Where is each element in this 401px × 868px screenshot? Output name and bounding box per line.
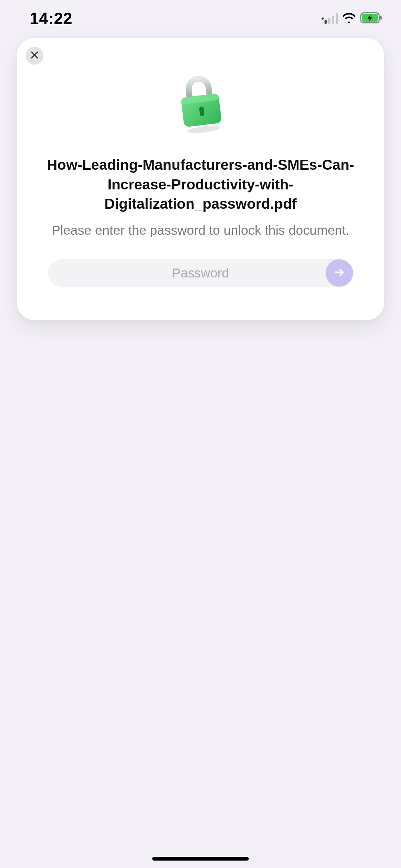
password-modal: How-Leading-Manufacturers-and-SMEs-Can-I… <box>17 38 384 320</box>
arrow-right-icon <box>333 266 346 280</box>
wifi-icon <box>342 13 356 25</box>
status-time: 14:22 <box>30 9 72 28</box>
password-input[interactable] <box>48 259 353 287</box>
status-right-cluster <box>322 12 382 25</box>
prompt-text: Please enter the password to unlock this… <box>26 221 375 239</box>
status-bar: 14:22 <box>0 0 401 37</box>
document-filename: How-Leading-Manufacturers-and-SMEs-Can-I… <box>26 155 375 214</box>
close-button[interactable] <box>26 47 43 65</box>
close-icon <box>30 51 39 61</box>
lock-icon <box>173 74 228 135</box>
battery-charging-icon <box>360 12 382 25</box>
home-indicator <box>152 857 249 861</box>
cellular-signal-icon <box>322 13 338 24</box>
svg-rect-2 <box>380 16 382 20</box>
submit-button[interactable] <box>326 259 353 287</box>
password-row <box>26 259 375 287</box>
lock-illustration <box>26 74 375 135</box>
